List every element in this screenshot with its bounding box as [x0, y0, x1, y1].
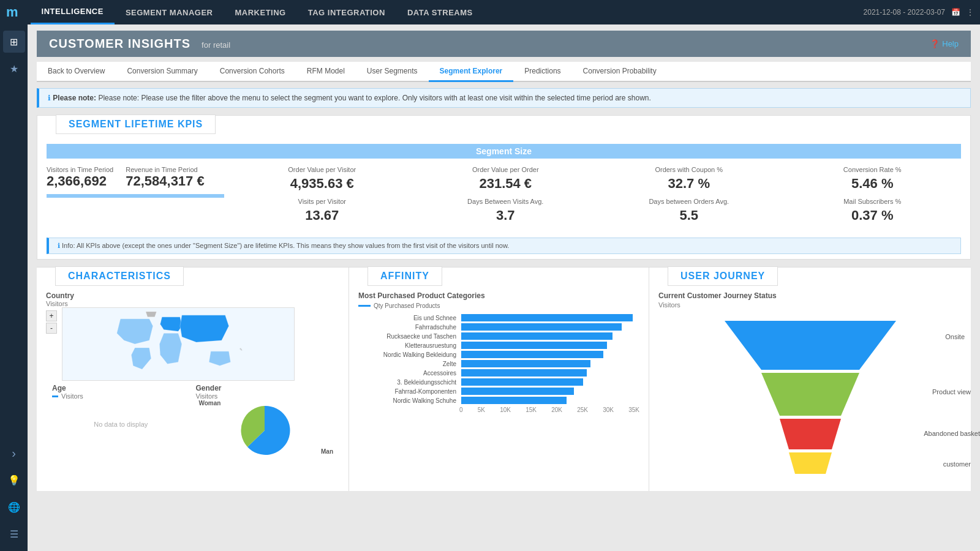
age-visitors: Visitors — [52, 392, 190, 400]
bar-fill — [461, 332, 612, 340]
nav-data-streams[interactable]: DATA STREAMS — [396, 0, 484, 24]
kpi-section: Segment Size Visitors in Time Period 2,3… — [37, 135, 970, 233]
app-logo: m — [6, 4, 18, 20]
bar-row: Rucksaecke und Taschen — [459, 332, 639, 340]
abandoned-basket-label: Abandoned basket — [924, 430, 980, 437]
tab-conversion-summary[interactable]: Conversion Summary — [116, 62, 208, 82]
bar-fill — [461, 388, 574, 395]
kpi-order-value-order: Order Value per Order 231.54 € — [417, 166, 595, 192]
kpi-info-box: ℹ Info: All KPIs above (except the ones … — [47, 238, 961, 254]
segment-kpis-title-bar: SEGMENT LIFETIME KPIS — [56, 114, 216, 134]
user-journey-section: USER JOURNEY Current Customer Journey St… — [649, 268, 971, 491]
kpi-days-visits: Days Between Visits Avg. 3.7 — [417, 198, 595, 223]
grid-icon[interactable]: ⊞ — [3, 31, 25, 53]
kpi-row: Visitors in Time Period 2,366,692 Revenu… — [47, 166, 961, 223]
kpi-visits-visitor: Visits per Visitor 13.67 — [233, 198, 411, 223]
list-icon[interactable]: ☰ — [3, 523, 25, 545]
nav-items: INTELLIGENCE SEGMENT MANAGER MARKETING T… — [31, 0, 484, 24]
lightbulb-icon[interactable]: 💡 — [3, 469, 25, 491]
country-visitors-label: Visitors — [46, 300, 339, 307]
tab-conversion-cohorts[interactable]: Conversion Cohorts — [209, 62, 296, 82]
left-sidebar: ⊞ ★ › 💡 🌐 ☰ — [0, 24, 28, 551]
world-map: ✎ — [62, 307, 295, 381]
characteristics-title: CHARACTERISTICS — [68, 271, 171, 281]
bar-row: Accessoires — [459, 369, 639, 377]
bar-fill — [461, 397, 567, 404]
bar-fill — [461, 378, 583, 386]
nav-marketing[interactable]: MARKETING — [224, 0, 296, 24]
funnel-svg — [718, 315, 902, 486]
country-label: Country — [46, 291, 339, 300]
more-icon[interactable]: ⋮ — [967, 8, 974, 17]
zoom-out-button[interactable]: - — [46, 323, 57, 334]
onsite-label: Onsite — [945, 333, 965, 340]
star-icon[interactable]: ★ — [3, 58, 25, 80]
age-label: Age — [52, 384, 190, 392]
bar-row: Eis und Schnee — [459, 314, 639, 321]
tab-user-segments[interactable]: User Segments — [356, 62, 429, 82]
bar-label: Fahrrad-Komponenten — [358, 388, 456, 395]
gender-label: Gender — [196, 384, 334, 392]
characteristics-title-bar: CHARACTERISTICS — [55, 266, 184, 286]
help-icon: ❓ — [930, 39, 940, 48]
main-content: CUSTOMER INSIGHTS for retail ❓ Help Back… — [28, 24, 980, 551]
progress-bar — [47, 194, 224, 198]
page-subtitle: for retail — [202, 40, 230, 50]
affinity-legend: Qty Purchased Products — [358, 302, 639, 309]
segment-size-bar: Segment Size — [47, 144, 961, 159]
journey-content: Current Customer Journey Status Visitors — [649, 287, 971, 491]
kpi-orders-coupon: Orders with Coupon % 32.7 % — [600, 166, 778, 192]
journey-chart-title: Current Customer Journey Status — [658, 291, 962, 300]
bar-label: Accessoires — [358, 370, 456, 377]
zoom-controls: + - — [46, 310, 57, 334]
bar-label: Nordic Walking Bekleidung — [358, 351, 456, 358]
bar-row: Kletterausruestung — [459, 342, 639, 349]
nav-tag-integration[interactable]: TAG INTEGRATION — [297, 0, 396, 24]
bar-label: Eis und Schnee — [358, 315, 456, 321]
kpi-order-value-visitor: Order Value per Visitor 4,935.63 € — [233, 166, 411, 192]
svg-marker-3 — [780, 419, 841, 449]
country-section: Country Visitors + - — [37, 287, 349, 466]
kpi-grid: Order Value per Visitor 4,935.63 € Order… — [233, 166, 961, 223]
bar-row: Nordic Walking Bekleidung — [459, 351, 639, 358]
nav-intelligence[interactable]: INTELLIGENCE — [31, 0, 115, 24]
bar-label: 3. Bekleidungsschicht — [358, 379, 456, 386]
x-axis-labels: 05K10K15K20K25K30K35K — [358, 407, 639, 413]
svg-text:✎: ✎ — [239, 348, 243, 351]
bar-fill — [461, 360, 590, 367]
globe-icon[interactable]: 🌐 — [3, 496, 25, 518]
bar-fill — [461, 351, 603, 358]
revenue-kpi: Revenue in Time Period 72,584,317 € — [126, 166, 204, 189]
svg-marker-4 — [789, 452, 832, 474]
zoom-in-button[interactable]: + — [46, 310, 57, 321]
info-icon: ℹ — [48, 94, 51, 102]
kpi-left: Visitors in Time Period 2,366,692 Revenu… — [47, 166, 224, 223]
age-no-data: No data to display — [52, 400, 190, 449]
top-nav: m INTELLIGENCE SEGMENT MANAGER MARKETING… — [0, 0, 980, 24]
chevron-right-icon[interactable]: › — [3, 442, 25, 464]
info-icon-2: ℹ — [58, 242, 60, 249]
help-button[interactable]: ❓ Help — [930, 39, 959, 48]
tab-conversion-probability[interactable]: Conversion Probability — [572, 62, 668, 82]
tab-back-to-overview[interactable]: Back to Overview — [37, 62, 116, 82]
journey-title-bar: USER JOURNEY — [668, 266, 778, 286]
segment-kpis-card: SEGMENT LIFETIME KPIS Segment Size Visit… — [37, 115, 971, 260]
tab-segment-explorer[interactable]: Segment Explorer — [429, 62, 514, 82]
customer-label: customer — [943, 460, 971, 468]
nav-segment-manager[interactable]: SEGMENT MANAGER — [115, 0, 224, 24]
characteristics-section: CHARACTERISTICS Country Visitors + - — [37, 268, 349, 491]
bar-row: Fahrradschuhe — [459, 323, 639, 331]
header-bar: CUSTOMER INSIGHTS for retail ❓ Help — [37, 31, 971, 57]
tab-predictions[interactable]: Predictions — [513, 62, 571, 82]
gender-section: Gender Visitors Woman Man — [196, 384, 334, 458]
tab-rfm-model[interactable]: RFM Model — [296, 62, 356, 82]
tab-bar: Back to Overview Conversion Summary Conv… — [37, 62, 971, 82]
woman-label: Woman — [199, 400, 221, 407]
journey-visitors-label: Visitors — [658, 301, 962, 309]
affinity-content: Most Purchased Product Categories Qty Pu… — [349, 287, 649, 418]
man-label: Man — [321, 448, 333, 455]
date-range: 2021-12-08 - 2022-03-07 📅 ⋮ — [864, 8, 974, 17]
calendar-icon[interactable]: 📅 — [951, 8, 960, 17]
svg-marker-2 — [761, 373, 859, 416]
bar-chart: Eis und SchneeFahrradschuheRucksaecke un… — [358, 314, 639, 404]
